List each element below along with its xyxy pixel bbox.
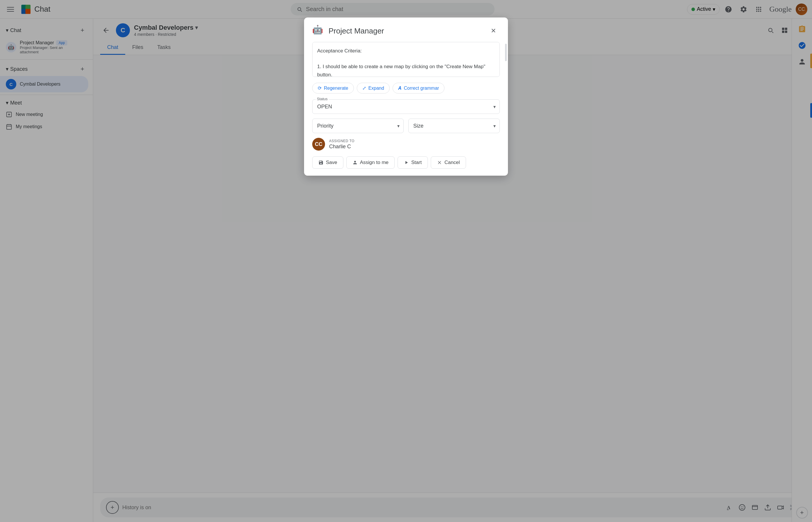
modal-title: 🤖 Project Manager	[312, 24, 384, 37]
grammar-icon: A	[398, 86, 402, 91]
size-select[interactable]: Size Small Medium Large	[408, 119, 500, 133]
assign-to-me-button[interactable]: Assign to me	[346, 156, 394, 169]
modal-robot-icon: 🤖	[312, 24, 325, 37]
assigned-info: ASSIGNED TO Charlie C	[329, 139, 354, 150]
status-select[interactable]: OPEN IN PROGRESS DONE	[312, 99, 500, 114]
expand-button[interactable]: ⤢ Expand	[357, 83, 390, 94]
modal-header: 🤖 Project Manager ✕	[304, 18, 508, 42]
assign-to-me-icon	[352, 160, 358, 165]
project-manager-modal: 🤖 Project Manager ✕ Acceptance Criteria:…	[304, 18, 508, 176]
regenerate-icon: ⟳	[318, 85, 322, 91]
modal-actions: Save Assign to me Start Cancel	[312, 156, 500, 169]
ai-buttons: ⟳ Regenerate ⤢ Expand A Correct grammar	[312, 83, 500, 94]
start-button[interactable]: Start	[398, 156, 428, 169]
cancel-button[interactable]: Cancel	[431, 156, 466, 169]
priority-field: Priority Low Medium High ▾	[312, 119, 404, 133]
assigned-to-section: CC ASSIGNED TO Charlie C	[312, 138, 500, 150]
priority-size-row: Priority Low Medium High ▾ Size Small Me…	[312, 119, 500, 133]
priority-select[interactable]: Priority Low Medium High	[312, 119, 404, 133]
size-field: Size Small Medium Large ▾	[408, 119, 500, 133]
modal-body: Acceptance Criteria: 1. I should be able…	[304, 42, 508, 176]
save-icon	[318, 160, 324, 165]
regenerate-button[interactable]: ⟳ Regenerate	[312, 83, 354, 94]
cancel-icon	[437, 160, 442, 165]
modal-close-button[interactable]: ✕	[487, 24, 500, 37]
expand-icon: ⤢	[362, 85, 366, 91]
acceptance-criteria-textarea[interactable]: Acceptance Criteria: 1. I should be able…	[312, 42, 500, 77]
start-icon	[404, 160, 409, 165]
correct-grammar-button[interactable]: A Correct grammar	[392, 83, 444, 94]
scrollbar-thumb	[505, 44, 507, 61]
save-button[interactable]: Save	[312, 156, 343, 169]
status-label: Status	[316, 97, 329, 101]
scrollbar-track	[505, 41, 507, 176]
modal-overlay: 🤖 Project Manager ✕ Acceptance Criteria:…	[0, 0, 812, 522]
assignee-avatar: CC	[312, 138, 325, 150]
status-field: Status OPEN IN PROGRESS DONE ▾	[312, 99, 500, 114]
